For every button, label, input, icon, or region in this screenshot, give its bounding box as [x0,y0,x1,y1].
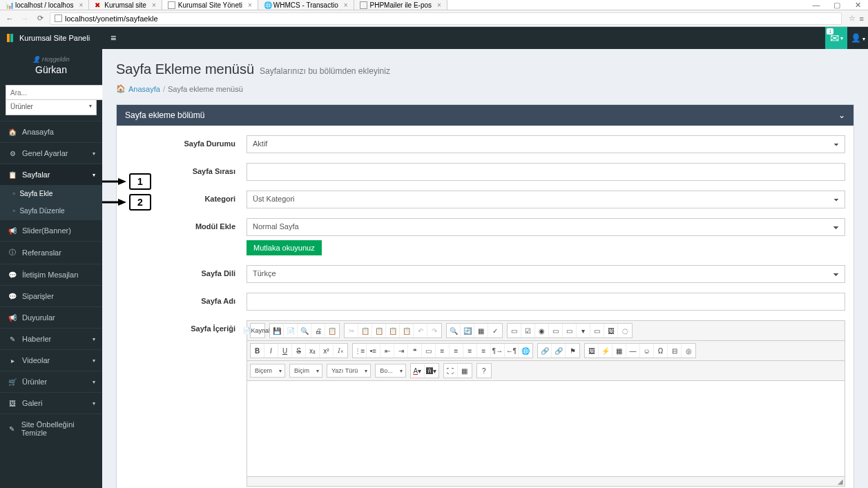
form-icon[interactable]: ▭ [508,324,521,338]
chevron-down-icon[interactable]: ⌄ [838,110,845,120]
browser-tab[interactable]: 🌐WHMCS - Transactio× [258,0,354,10]
radio-icon[interactable]: ◉ [535,324,549,338]
messages-button[interactable]: 1 ✉▾ [825,27,847,49]
sidebar-toggle-icon[interactable]: ≡ [102,32,124,43]
outdent-icon[interactable]: ⇤ [380,344,394,358]
info-button[interactable]: Mutlaka okuyunuz [247,240,322,255]
search-select[interactable]: Ürünler▾ [6,100,97,115]
window-close-icon[interactable]: ✕ [847,1,868,10]
button-icon[interactable]: ▭ [590,324,604,338]
url-input[interactable]: localhost/yonetim/sayfaekle [50,12,842,25]
remove-format-icon[interactable]: 𝘐ₓ [334,344,347,358]
table-icon[interactable]: ▦ [613,344,626,358]
sidebar-item[interactable]: ⓘReferanslar [0,241,102,264]
showblocks-icon[interactable]: ▦ [458,364,472,378]
maximize-icon[interactable]: ▢ [827,1,847,10]
iframe-icon[interactable]: ◎ [682,344,695,358]
sidebar-item[interactable]: ▸Videolar▾ [0,349,102,371]
preview-icon[interactable]: 🔍 [298,324,311,338]
align-right-icon[interactable]: ≡ [463,344,477,358]
sidebar-item[interactable]: ✎Haberler▾ [0,328,102,349]
replace-icon[interactable]: 🔄 [461,324,474,338]
browser-tab-active[interactable]: Kurumsal Site Yöneti× [162,0,258,10]
image-icon[interactable]: 🖼 [585,344,599,358]
maximize-icon[interactable]: ⛶ [444,364,458,378]
align-justify-icon[interactable]: ≡ [477,344,491,358]
textarea-icon[interactable]: ▭ [563,324,577,338]
find-icon[interactable]: 🔍 [447,324,461,338]
undo-icon[interactable]: ↶ [414,324,427,338]
user-menu[interactable]: 👤▾ [847,33,868,43]
resize-handle-icon[interactable]: ◢ [838,478,843,485]
pagebreak-icon[interactable]: ⊟ [668,344,682,358]
imagebutton-icon[interactable]: 🖼 [604,324,618,338]
close-icon[interactable]: × [248,1,252,9]
numbered-list-icon[interactable]: ⋮≡ [353,344,367,358]
select-durum[interactable]: Aktif [247,135,845,153]
hidden-icon[interactable]: ◌ [618,324,632,338]
sidebar-item[interactable]: 💬İletişim Mesajları [0,264,102,285]
sidebar-item[interactable]: ⚙Genel Ayarlar▾ [0,142,102,164]
browser-tab[interactable]: PHPMailer ile E-pos× [354,0,447,10]
browser-tab[interactable]: 📊localhost / localhos× [0,0,89,10]
close-icon[interactable]: × [152,1,156,9]
select-modul[interactable]: Normal Sayfa [247,218,845,236]
bulleted-list-icon[interactable]: •≡ [367,344,380,358]
sidebar-item[interactable]: 🛒Ürünler▾ [0,371,102,392]
browser-tab[interactable]: ✖Kurumsal site× [89,0,162,10]
select-dil[interactable]: Türkçe [247,265,845,283]
blockquote-icon[interactable]: ❝ [408,344,422,358]
sidebar-subitem[interactable]: »Sayfa Düzenle [0,202,102,219]
spellcheck-icon[interactable]: ✓ [488,324,502,338]
italic-icon[interactable]: I [264,344,278,358]
forward-icon[interactable]: → [19,14,30,23]
font-combo[interactable]: Yazı Türü [327,364,371,378]
browser-menu-icon[interactable]: ≡ [860,14,864,23]
textcolor-icon[interactable]: A▾ [411,364,425,378]
select-kategori[interactable]: Üst Kategori [247,191,845,208]
save-icon[interactable]: 💾 [270,324,284,338]
input-ad[interactable] [247,293,845,311]
sidebar-subitem[interactable]: »Sayfa Ekle [0,185,102,202]
size-combo[interactable]: Bo... [375,364,406,378]
language-icon[interactable]: 🌐 [519,344,532,358]
back-icon[interactable]: ← [4,14,15,23]
breadcrumb-home[interactable]: Anasayfa [128,85,160,93]
new-page-icon[interactable]: 📄 [284,324,298,338]
strike-icon[interactable]: S [292,344,306,358]
paste-icon[interactable]: 📋 [372,324,386,338]
minimize-icon[interactable]: — [806,1,827,10]
sidebar-item[interactable]: 💬Siparişler [0,285,102,306]
link-icon[interactable]: 🔗 [538,344,552,358]
sidebar-item[interactable]: 🖼Galeri▾ [0,392,102,413]
ltr-icon[interactable]: ¶→ [491,344,505,358]
paste-text-icon[interactable]: 📋 [386,324,400,338]
styles-combo[interactable]: Biçem [250,364,285,378]
indent-icon[interactable]: ⇥ [394,344,408,358]
sidebar-item[interactable]: 📋Sayfalar▾ [0,164,102,185]
paste-word-icon[interactable]: 📋 [400,324,414,338]
div-icon[interactable]: ▭ [422,344,436,358]
align-left-icon[interactable]: ≡ [436,344,450,358]
editor-source-button[interactable]: 📄 Kaynak [251,324,264,338]
input-sira[interactable] [247,163,845,181]
about-icon[interactable]: ? [477,364,491,378]
search-input[interactable] [6,85,102,100]
copy-icon[interactable]: 📋 [358,324,372,338]
cut-icon[interactable]: ✂ [345,324,358,338]
rtl-icon[interactable]: ←¶ [505,344,519,358]
checkbox-icon[interactable]: ☑ [521,324,535,338]
sidebar-item[interactable]: 📢Slider(Banner) [0,219,102,241]
specialchar-icon[interactable]: Ω [654,344,668,358]
bgcolor-icon[interactable]: 🅰▾ [425,364,438,378]
brand[interactable]: Kurumsal Site Paneli [0,34,102,42]
smiley-icon[interactable]: ☺ [640,344,654,358]
reload-icon[interactable]: ⟳ [35,14,46,23]
redo-icon[interactable]: ↷ [427,324,441,338]
close-icon[interactable]: × [79,1,84,9]
select-icon[interactable]: ▾ [577,324,590,338]
templates-icon[interactable]: 📋 [325,324,339,338]
unlink-icon[interactable]: 🔗 [552,344,566,358]
anchor-icon[interactable]: ⚑ [566,344,579,358]
format-combo[interactable]: Biçim [289,364,322,378]
